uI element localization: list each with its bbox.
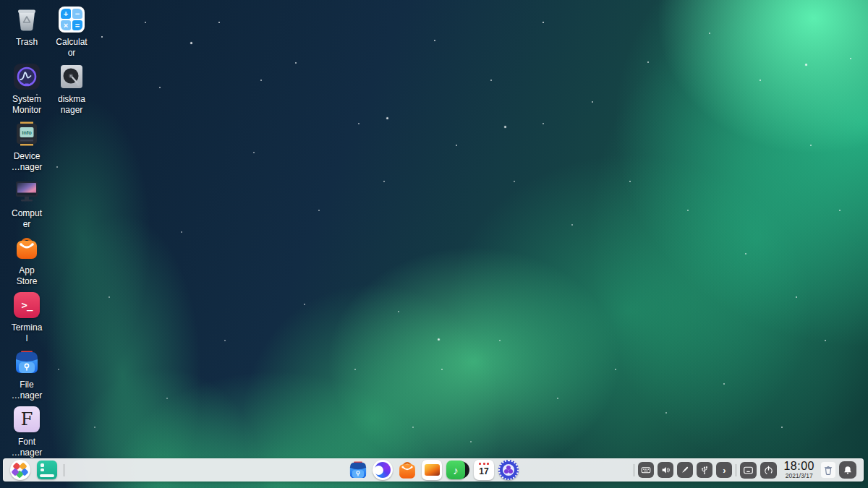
desktop-icon-computer[interactable]: Comput er [4, 177, 49, 229]
dock-app-control-center[interactable] [498, 459, 519, 481]
desktop-icon-label: Calculat or [56, 37, 87, 58]
desktop-icon-trash[interactable]: Trash [4, 6, 49, 48]
usb-device-tray-button[interactable] [697, 462, 712, 478]
power-icon [762, 464, 775, 476]
device-manager-icon: info [13, 120, 41, 147]
calendar-icon: 17 [474, 460, 494, 480]
terminal-icon: >_ [13, 291, 41, 319]
desktop-icon-calculator[interactable]: + − × = Calculat or [49, 6, 94, 58]
desktop-icon-label: Font …nager [12, 437, 43, 458]
dock-divider [634, 464, 634, 476]
display-icon [742, 464, 754, 476]
onscreen-keyboard-tray-button[interactable] [638, 462, 654, 478]
keyboard-icon [640, 464, 652, 476]
dock-tray-section: › 18:00 2021/3/17 [634, 461, 856, 479]
desktop-icon-device-manager[interactable]: info Device …nager [4, 120, 49, 172]
control-center-lobe [504, 469, 509, 474]
desktop-icon-terminal[interactable]: >_ Termina l [4, 291, 49, 343]
volume-tray-button[interactable] [658, 462, 673, 478]
control-center-icon [498, 460, 519, 480]
app-store-icon [13, 234, 41, 262]
terminal-prompt: >_ [22, 299, 33, 311]
dock-app-music[interactable]: ♪ [446, 459, 470, 481]
file-manager-icon [348, 460, 368, 480]
trash-icon [13, 6, 41, 33]
speaker-icon [660, 464, 671, 476]
launcher-button[interactable] [10, 460, 30, 480]
pen-icon [679, 464, 691, 476]
desktop-icon-system-monitor[interactable]: System Monitor [4, 63, 49, 115]
clock-time: 18:00 [783, 461, 814, 472]
album-icon [422, 460, 442, 480]
dock-app-file-manager[interactable] [347, 459, 369, 481]
computer-icon [13, 177, 41, 205]
control-center-lobe [509, 469, 513, 474]
tablet-pen-tray-button[interactable] [677, 462, 693, 478]
desktop-icon-app-store[interactable]: App Store [4, 234, 49, 286]
desktop-icon-label: App Store [17, 265, 38, 286]
usb-icon [699, 464, 710, 476]
shutdown-button[interactable] [760, 462, 777, 479]
desktop-icon-label: File …nager [12, 380, 43, 401]
dock-app-album[interactable] [421, 459, 443, 481]
desktop-icon-label: Trash [16, 37, 38, 48]
font-manager-letter: F [21, 409, 33, 429]
dock-app-area: ♪ 17 [347, 459, 519, 481]
dock-divider [736, 464, 736, 476]
trash-small-icon [823, 465, 833, 476]
calc-plus: + [61, 9, 71, 19]
disk-manager-icon [58, 63, 85, 90]
font-manager-icon: F [13, 406, 41, 433]
dock-app-browser[interactable] [372, 459, 393, 481]
calendar-day: 17 [479, 466, 488, 476]
desktop-icon-label: System Monitor [12, 94, 41, 115]
calendar-rings [479, 463, 489, 465]
dock-app-calendar[interactable]: 17 [473, 459, 495, 481]
display-settings-button[interactable] [740, 462, 757, 479]
dock-left-section [10, 460, 64, 480]
dock-taskbar: ♪ 17 [3, 458, 864, 481]
tray-expand-button[interactable]: › [716, 462, 732, 478]
aurora-wallpaper [0, 0, 868, 488]
calc-multiply: × [61, 20, 71, 30]
dock-trash-button[interactable] [821, 462, 835, 478]
calculator-icon: + − × = [58, 6, 85, 33]
desktop-icon-label: Termina l [12, 322, 43, 343]
desktop: Trash + − × = Calculat or System Monitor [0, 0, 868, 488]
file-manager-icon [13, 348, 41, 376]
desktop-icon-disk-manager[interactable]: diskma nager [49, 63, 94, 115]
browser-icon [373, 460, 393, 480]
device-manager-chip-text: info [22, 129, 32, 136]
desktop-icon-label: Comput er [12, 208, 42, 229]
clock-widget[interactable]: 18:00 2021/3/17 [783, 461, 814, 479]
multitask-bar [40, 474, 54, 477]
bell-icon [842, 464, 854, 476]
desktop-icon-label: diskma nager [58, 94, 85, 115]
music-note: ♪ [453, 464, 459, 476]
browser-crescent [374, 466, 383, 475]
album-photo [425, 464, 440, 476]
desktop-icon-label: Device …nager [12, 151, 43, 172]
chevron-right-icon: › [723, 465, 726, 476]
clock-date: 2021/3/17 [783, 473, 814, 479]
desktop-icon-font-manager[interactable]: F Font …nager [4, 406, 49, 458]
system-monitor-icon [13, 63, 41, 90]
app-store-icon [397, 460, 417, 480]
calc-equals: = [72, 20, 82, 30]
multitask-square [41, 468, 44, 472]
calc-minus: − [72, 9, 82, 19]
desktop-icon-file-manager[interactable]: File …nager [4, 348, 49, 401]
dock-divider [64, 464, 64, 476]
dock-app-app-store[interactable] [396, 459, 418, 481]
multitasking-view-button[interactable] [37, 461, 57, 479]
music-icon: ♪ [446, 459, 469, 481]
notification-center-button[interactable] [839, 461, 856, 479]
multitask-square [41, 463, 44, 467]
